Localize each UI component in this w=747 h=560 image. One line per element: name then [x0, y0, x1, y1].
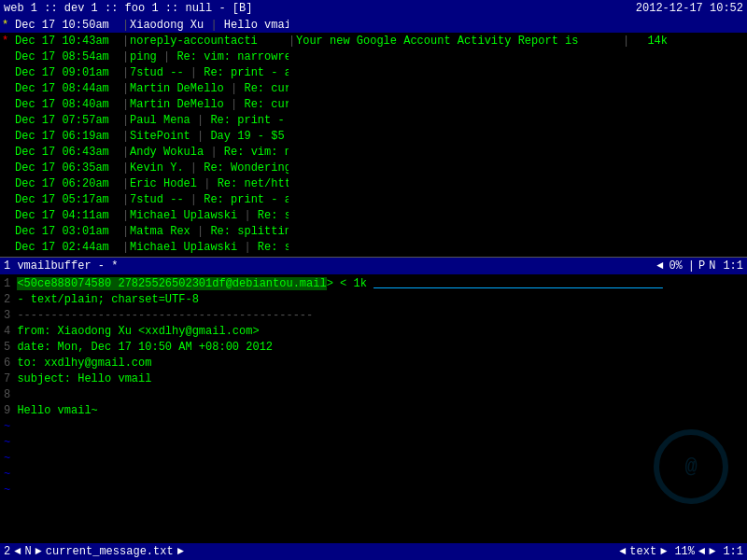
bottom-nav-n[interactable]: ► — [709, 545, 715, 558]
subject-col: Re: splitting PATH-values fails on Windo… — [258, 209, 289, 222]
bottom-nav-p[interactable]: ◄ — [698, 545, 705, 558]
email-row[interactable]: Dec 17 02:44am | Michael Uplawski | Re: … — [0, 239, 747, 255]
bottom-mode: text — [629, 545, 656, 558]
date-col: Dec 17 08:44am — [15, 82, 122, 95]
tilde-line: ~ — [4, 467, 743, 483]
date-col: Dec 17 06:35am — [15, 161, 122, 175]
mid-status-left: 1 vmailbuffer - * — [4, 259, 118, 273]
bottom-filename: current_message.txt — [46, 545, 174, 558]
sender-col: Kevin Y. | Re: Wondering About Flatiron … — [130, 161, 289, 175]
star-col: * — [2, 35, 15, 48]
subject-col: Day 19 - $5 Video Courses ... in the Sit… — [210, 130, 289, 143]
message-view: 1 <50ce888074580 27825526502301df@debian… — [0, 274, 747, 495]
email-row[interactable]: Dec 17 05:17am | 7stud -- | Re: print - … — [0, 191, 747, 207]
email-row[interactable]: Dec 17 06:43am | Andy Wokula | Re: vim: … — [0, 144, 747, 160]
size-col: 14k — [630, 35, 668, 48]
sender-col: ping | Re: vim: narrowregion : NR! | 3k — [130, 50, 289, 63]
email-row[interactable]: Dec 17 04:11am | Michael Uplawski | Re: … — [0, 207, 747, 223]
bottom-arrow2[interactable]: ► — [177, 545, 184, 558]
msg-line-9: 9 Hello vmail~ — [4, 403, 743, 419]
bottom-status-bar: 2 ◄ N ► current_message.txt ► ◄ text ► 1… — [0, 543, 747, 560]
email-row[interactable]: Dec 17 03:01am | Matma Rex | Re: splitti… — [0, 223, 747, 239]
email-row[interactable]: * Dec 17 10:50am | Xiaodong Xu | Hello v… — [0, 17, 747, 33]
mid-status-bar: 1 vmailbuffer - * ◄ 0% | P N 1:1 — [0, 258, 747, 274]
sender-col: noreply-accountacti — [130, 35, 289, 48]
date-col: Dec 17 08:40am — [15, 98, 122, 111]
tilde-line: ~ — [4, 483, 743, 495]
email-row[interactable]: Dec 17 08:40am | Martin DeMello | Re: cu… — [0, 96, 747, 112]
subject-col: Your new Google Account Activity Report … — [296, 35, 623, 48]
msg-line-5: 5 date: Mon, Dec 17 10:50 AM +08:00 2012 — [4, 340, 743, 356]
date-col: Dec 17 06:20am — [15, 177, 122, 190]
sender-col: Andy Wokula | Re: vim: narrowregion : NR… — [130, 146, 289, 159]
tilde-line: ~ — [4, 451, 743, 467]
msg-line-7: 7 subject: Hello vmail — [4, 371, 743, 387]
date-col: Dec 17 06:19am — [15, 130, 122, 143]
sender-col: Michael Uplawski | Re: splitting PATH-va… — [130, 241, 289, 254]
sender-col: Xiaodong Xu | Hello vmail | — [130, 19, 289, 32]
star-col: * — [2, 19, 15, 32]
subject-col: Re: net/http post request with nested ha… — [218, 177, 289, 190]
email-row[interactable]: Dec 17 08:54am | ping | Re: vim: narrowr… — [0, 49, 747, 64]
mid-pos: 1:1 — [723, 259, 743, 273]
email-row[interactable]: * Dec 17 10:43am | noreply-accountacti |… — [0, 33, 747, 49]
sender-col: Martin DeMello | Re: current state of qt… — [130, 82, 289, 95]
bottom-num: 2 — [4, 545, 10, 558]
date-col: Dec 17 10:43am — [15, 35, 122, 48]
top-bar-left: web 1 :: dev 1 :: foo 1 :: null - [B] — [4, 2, 636, 15]
subject-col: Hello vmail — [224, 19, 289, 32]
bottom-nav-right[interactable]: ► — [660, 545, 667, 558]
msg-line-6: 6 to: xxdlhy@gmail.com — [4, 356, 743, 371]
sender-col: 7stud -- | Re: print - and strip text be… — [130, 193, 289, 206]
msg-line-8: 8 — [4, 387, 743, 403]
subject-col: Re: current state of qtruby? — [244, 82, 289, 95]
subject-col: Re: vim: narrowregion : NR! — [224, 146, 289, 159]
date-col: Dec 17 08:54am — [15, 50, 122, 63]
sender-col: Eric Hodel | Re: net/http post request w… — [130, 177, 289, 190]
bottom-arrow-right[interactable]: ► — [35, 545, 42, 558]
date-col: Dec 17 06:43am — [15, 146, 122, 159]
subject-col: Re: print - and strip text between tags … — [210, 114, 289, 127]
subject-col: Re: splitting PATH-values fails on Windo… — [210, 225, 289, 238]
msg-line-1: 1 <50ce888074580 27825526502301df@debian… — [4, 276, 743, 292]
tilde-line: ~ — [4, 419, 743, 435]
mid-nav-p[interactable]: P — [698, 259, 705, 273]
top-status-bar: web 1 :: dev 1 :: foo 1 :: null - [B] 20… — [0, 0, 747, 17]
email-row[interactable]: Dec 17 09:01am | 7stud -- | Re: print - … — [0, 64, 747, 80]
sender-col: Matma Rex | Re: splitting PATH-values fa… — [130, 225, 289, 238]
bottom-pos: 1:1 — [723, 545, 743, 558]
email-row[interactable]: Dec 17 06:35am | Kevin Y. | Re: Wonderin… — [0, 160, 747, 175]
sender-col: 7stud -- | Re: print - and strip text be… — [130, 66, 289, 79]
email-row[interactable]: Dec 17 06:19am | SitePoint | Day 19 - $5… — [0, 128, 747, 144]
email-list: * Dec 17 10:50am | Xiaodong Xu | Hello v… — [0, 17, 747, 258]
mid-pipe: | — [688, 259, 695, 273]
sender-col: Paul Mena | Re: print - and strip text b… — [130, 114, 289, 127]
mid-nav-n[interactable]: N — [709, 259, 715, 273]
subject-col: Re: Wondering About Flatiron School — [204, 161, 289, 175]
email-row[interactable]: Dec 17 06:20am | Eric Hodel | Re: net/ht… — [0, 175, 747, 191]
msg-line-3: 3 --------------------------------------… — [4, 308, 743, 324]
date-col: Dec 17 10:50am — [15, 19, 122, 32]
date-col: Dec 17 04:11am — [15, 209, 122, 222]
date-col: Dec 17 05:17am — [15, 193, 122, 206]
email-row[interactable]: Dec 17 07:57am | Paul Mena | Re: print -… — [0, 112, 747, 128]
bottom-N-label: N — [24, 545, 31, 558]
subject-col: Re: print - and strip text between tags … — [204, 66, 289, 79]
msg-line-2: 2 - text/plain; charset=UTF-8 — [4, 292, 743, 308]
subject-col: Re: splitting PATH-values fails on Windo… — [258, 241, 289, 254]
email-row[interactable]: Dec 17 08:44am | Martin DeMello | Re: cu… — [0, 80, 747, 96]
subject-col: Re: current state of qtruby? — [244, 98, 289, 111]
bottom-arrow-left[interactable]: ◄ — [14, 545, 21, 558]
msg-line-4: 4 from: Xiaodong Xu <xxdlhy@gmail.com> — [4, 324, 743, 340]
date-col: Dec 17 02:44am — [15, 241, 122, 254]
bottom-nav-left[interactable]: ◄ — [619, 545, 626, 558]
mid-nav-left[interactable]: ◄ — [656, 259, 663, 273]
sender-col: Martin DeMello | Re: current state of qt… — [130, 98, 289, 111]
date-col: Dec 17 03:01am — [15, 225, 122, 238]
sender-col: SitePoint | Day 19 - $5 Video Courses ..… — [130, 130, 289, 143]
bottom-percent: 11% — [674, 545, 695, 558]
date-col: Dec 17 07:57am — [15, 114, 122, 127]
date-col: Dec 17 09:01am — [15, 66, 122, 79]
sender-col: Michael Uplawski | Re: splitting PATH-va… — [130, 209, 289, 222]
subject-col: Re: vim: narrowregion : NR! — [176, 50, 289, 63]
